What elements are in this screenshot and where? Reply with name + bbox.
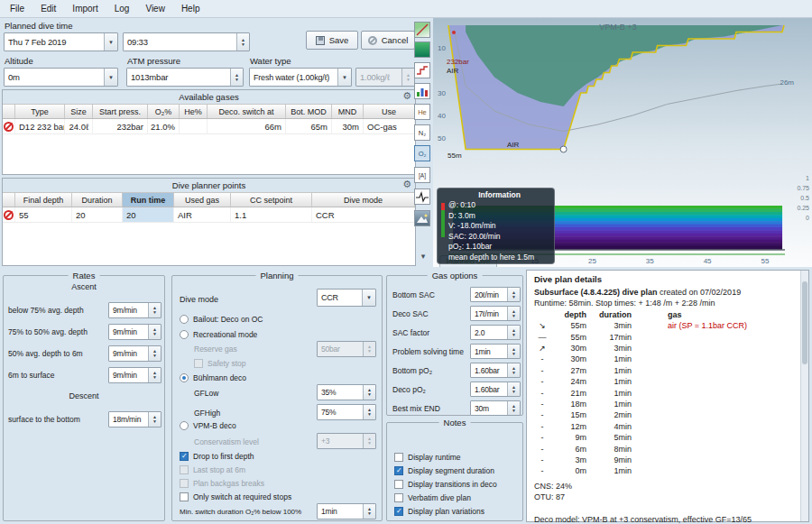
spinner-arrows-icon[interactable]: ▲▼ <box>148 346 161 361</box>
gases-th-type[interactable]: Type <box>15 105 65 118</box>
spinner-arrows-icon[interactable]: ▲▼ <box>363 504 375 519</box>
gas-he-cell[interactable] <box>180 119 208 133</box>
checkbox-checked-icon[interactable] <box>394 507 403 516</box>
spinner-arrows-icon[interactable]: ▲▼ <box>148 303 161 317</box>
details-scrollbar[interactable] <box>800 271 808 521</box>
gas-startpress-cell[interactable]: 232bar <box>93 119 148 133</box>
gases-th-mnd[interactable]: MND <box>332 105 364 118</box>
spinner-arrows-icon[interactable]: ▲▼ <box>230 69 243 86</box>
water-type-select[interactable]: Fresh water (1.00kg/ℓ) ▼ <box>249 68 352 87</box>
gas-type-cell[interactable]: D12 232 bar <box>15 119 65 133</box>
remove-icon[interactable] <box>4 210 14 220</box>
checkbox-checked-icon[interactable] <box>394 466 403 475</box>
remove-icon[interactable] <box>4 122 14 132</box>
deco-sac-input[interactable]: 17ℓ/min▲▼ <box>470 306 521 321</box>
he-graph-icon[interactable]: He <box>414 104 430 120</box>
descent-rate-input[interactable]: 18m/min▲▼ <box>108 411 161 427</box>
spinner-arrows-icon[interactable]: ▲▼ <box>148 325 161 339</box>
display-runtime-checkbox[interactable]: Display runtime <box>394 453 461 462</box>
dropdown-arrow-icon[interactable]: ▼ <box>362 290 375 306</box>
dropdown-arrow-icon[interactable]: ▼ <box>104 69 117 86</box>
cancel-button[interactable]: Cancel <box>361 31 415 50</box>
best-mix-end-input[interactable]: 30m▲▼ <box>470 400 521 416</box>
checkbox-icon[interactable] <box>394 480 403 489</box>
radio-icon[interactable] <box>180 315 189 324</box>
radio-icon[interactable] <box>180 330 189 339</box>
deco-po2-input[interactable]: 1.60bar▲▼ <box>470 382 521 397</box>
menu-edit[interactable]: Edit <box>32 2 64 15</box>
spinner-arrows-icon[interactable]: ▲▼ <box>507 401 520 415</box>
point-divemode-cell[interactable]: CCR <box>312 207 415 222</box>
menu-help[interactable]: Help <box>173 2 208 15</box>
gas-botm od-cell[interactable]: 65m <box>286 119 332 133</box>
menu-view[interactable]: View <box>137 2 173 15</box>
gases-th-size[interactable]: Size <box>65 105 93 118</box>
pressure-graph-icon[interactable] <box>414 62 430 78</box>
gas-graph-icon[interactable] <box>414 83 430 99</box>
checkbox-checked-icon[interactable] <box>180 452 189 461</box>
spinner-arrows-icon[interactable]: ▲▼ <box>507 363 520 377</box>
information-tooltip[interactable]: Information @: 0:10 D: 3.0m V: -18.0m/mi… <box>437 188 555 264</box>
gases-table-row[interactable]: D12 232 bar 24.0ℓ 232bar 21.0% 66m 65m 3… <box>3 119 415 134</box>
checkbox-icon[interactable] <box>394 453 403 462</box>
gases-th-use[interactable]: Use <box>364 105 415 118</box>
dropdown-arrow-icon[interactable]: ▼ <box>337 69 351 86</box>
min-switch-duration-input[interactable]: 1min▲▼ <box>317 503 376 519</box>
spinner-arrows-icon[interactable]: ▲▼ <box>148 412 161 427</box>
heart-rate-icon[interactable] <box>414 188 430 205</box>
point-ccsetpoint-cell[interactable]: 1.1 <box>231 207 312 222</box>
gfhigh-input[interactable]: 75%▲▼ <box>317 404 376 420</box>
spinner-arrows-icon[interactable]: ▲▼ <box>236 33 249 51</box>
only-switch-checkbox[interactable]: Only switch at required stops <box>180 492 291 501</box>
radio-icon[interactable] <box>180 421 189 430</box>
point-depth-cell[interactable]: 55 <box>15 207 72 222</box>
dropdown-arrow-icon[interactable]: ▼ <box>104 33 117 51</box>
scroll-down-icon[interactable]: ▾ <box>416 249 430 263</box>
points-th-usedgas[interactable]: Used gas <box>174 193 231 207</box>
sac-factor-input[interactable]: 2.0▲▼ <box>470 325 521 340</box>
spinner-arrows-icon[interactable]: ▲▼ <box>148 368 161 382</box>
display-transitions-checkbox[interactable]: Display transitions in deco <box>394 480 497 489</box>
gas-mnd-cell[interactable]: 30m <box>332 119 364 133</box>
verbatim-plan-checkbox[interactable]: Verbatim dive plan <box>394 493 471 502</box>
delete-point-cell[interactable] <box>3 207 15 222</box>
ascent-rate-6m-input[interactable]: 9m/min▲▼ <box>108 345 161 362</box>
point-duration-cell[interactable]: 20 <box>72 207 123 222</box>
bottom-po2-input[interactable]: 1.60bar▲▼ <box>470 363 521 378</box>
display-segment-duration-checkbox[interactable]: Display segment duration <box>394 466 494 475</box>
problem-time-input[interactable]: 1min▲▼ <box>470 344 521 359</box>
menu-log[interactable]: Log <box>106 2 138 15</box>
point-runtime-cell[interactable]: 20 <box>123 207 174 222</box>
spinner-arrows-icon[interactable]: ▲▼ <box>363 385 375 400</box>
point-usedgas-cell[interactable]: AIR <box>174 207 231 222</box>
photos-icon[interactable] <box>414 210 430 226</box>
buhlmann-radio[interactable]: Bühlmann deco <box>180 373 246 382</box>
spinner-arrows-icon[interactable]: ▲▼ <box>507 307 520 320</box>
display-variations-checkbox[interactable]: Display plan variations <box>394 507 484 516</box>
dive-plan-text[interactable]: Subsurface (4.8.4.225) dive plan created… <box>534 287 798 524</box>
gear-icon[interactable]: ⚙ <box>402 90 411 102</box>
tissues-graph-icon[interactable]: [A] <box>414 167 430 183</box>
radio-checked-icon[interactable] <box>180 373 189 382</box>
gflow-input[interactable]: 35%▲▼ <box>317 384 376 400</box>
spinner-arrows-icon[interactable]: ▲▼ <box>507 288 520 301</box>
spinner-arrows-icon[interactable]: ▲▼ <box>507 345 520 358</box>
atm-pressure-input[interactable]: 1013mbar ▲▼ <box>126 68 244 87</box>
checkbox-icon[interactable] <box>394 493 403 502</box>
delete-gas-cell[interactable] <box>3 119 15 133</box>
save-button[interactable]: Save <box>306 31 358 50</box>
ascent-rate-surface-input[interactable]: 9m/min▲▼ <box>108 367 161 383</box>
gas-o2-cell[interactable]: 21.0% <box>148 119 180 133</box>
gases-th-decoswitch[interactable]: Deco. switch at <box>208 105 286 118</box>
ascent-rate-75-input[interactable]: 9m/min▲▼ <box>108 302 161 318</box>
menu-import[interactable]: Import <box>64 2 106 15</box>
drop-first-depth-checkbox[interactable]: Drop to first depth <box>180 452 254 461</box>
tissue-heatmap-toggle-icon[interactable] <box>414 41 430 58</box>
recreational-radio[interactable]: Recreational mode <box>180 330 257 339</box>
bailout-radio[interactable]: Bailout: Deco on OC <box>180 315 263 324</box>
vpmb-radio[interactable]: VPM-B deco <box>180 421 236 430</box>
dive-mode-select[interactable]: CCR▼ <box>317 289 376 307</box>
gases-th-botmod[interactable]: Bot. MOD <box>286 105 332 118</box>
dive-time-input[interactable]: 09:33 ▲▼ <box>123 32 250 51</box>
gas-use-cell[interactable]: OC-gas <box>364 119 415 133</box>
